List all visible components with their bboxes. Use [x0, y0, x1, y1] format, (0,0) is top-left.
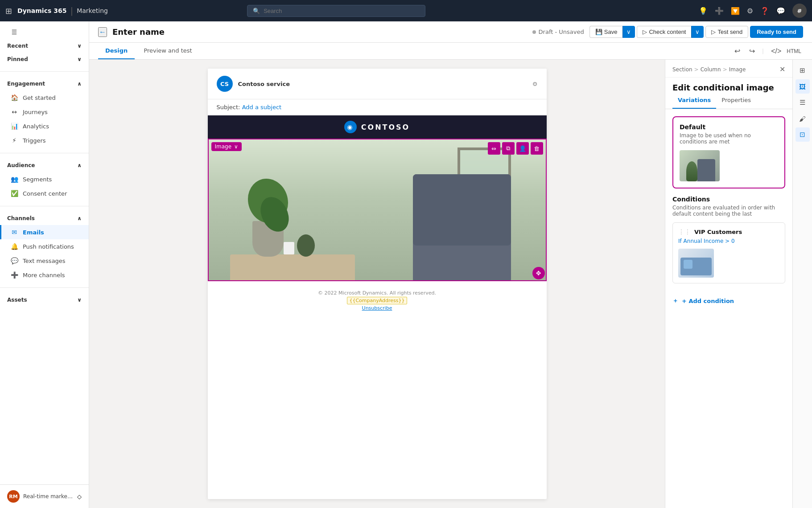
image-tool-delete[interactable]: 🗑 — [531, 142, 543, 155]
add-subject-link[interactable]: Add a subject — [242, 104, 282, 111]
sidebar-item-more-channels[interactable]: ➕ More channels — [0, 268, 89, 282]
image-dropdown-icon[interactable]: ∨ — [234, 143, 238, 150]
get-started-label: Get started — [23, 94, 56, 101]
breadcrumb-image[interactable]: Image — [729, 66, 746, 73]
ready-to-send-button[interactable]: Ready to send — [750, 26, 803, 38]
email-banner: ◉ CONTOSO — [208, 115, 547, 139]
tab-preview[interactable]: Preview and test — [136, 43, 199, 59]
redo-button[interactable]: ↪ — [747, 45, 757, 57]
image-block[interactable]: Image ∨ ⇔ ⧉ 👤 🗑 — [208, 139, 547, 281]
user-avatar[interactable]: # — [792, 4, 807, 18]
sidebar-item-journeys[interactable]: ↔ Journeys — [0, 105, 89, 119]
html-button[interactable]: </> HTML — [769, 45, 803, 57]
home-icon: 🏠 — [10, 94, 18, 101]
image-toolbar[interactable]: Image ∨ — [211, 142, 242, 151]
panel-icon-cursor[interactable]: ⊡ — [796, 127, 810, 142]
analytics-icon: 📊 — [10, 123, 18, 130]
consent-icon: ✅ — [10, 190, 18, 197]
test-send-icon: ▷ — [711, 29, 716, 35]
sidebar-bottom-account[interactable]: RM Real-time marketi... ◇ — [0, 484, 89, 508]
panel-icon-expand[interactable]: ⊞ — [796, 63, 810, 78]
default-image-thumbnail[interactable] — [680, 150, 720, 181]
banner-logo: ◉ — [344, 121, 357, 133]
divider-4 — [0, 287, 89, 288]
sidebar-item-push[interactable]: 🔔 Push notifications — [0, 239, 89, 254]
resize-handle[interactable]: ✥ — [532, 267, 545, 279]
save-dropdown[interactable]: ∨ — [622, 26, 635, 38]
banner-name: CONTOSO — [361, 123, 410, 131]
channels-header[interactable]: Channels ∧ — [0, 212, 89, 225]
image-tool-condition[interactable]: 👤 — [516, 142, 529, 155]
sidebar-hamburger[interactable]: ☰ — [0, 25, 89, 39]
pinned-label: Pinned — [7, 56, 28, 62]
divider-1 — [0, 71, 89, 72]
audience-section: Audience ∧ 👥 Segments ✅ Consent center — [0, 155, 89, 204]
sidebar-item-consent[interactable]: ✅ Consent center — [0, 186, 89, 201]
settings-gear-icon[interactable]: ⚙ — [532, 81, 538, 87]
sidebar-item-sms[interactable]: 💬 Text messages — [0, 254, 89, 268]
sidebar-item-get-started[interactable]: 🏠 Get started — [0, 90, 89, 105]
tab-design[interactable]: Design — [98, 43, 135, 59]
panel-title: Edit conditional image — [665, 78, 792, 92]
sidebar-recent-header[interactable]: Recent ∨ — [0, 39, 89, 53]
right-panel: Section > Column > Image ✕ Edit conditio… — [665, 60, 812, 508]
chevron-down-icon-3: ∨ — [77, 297, 82, 303]
add-condition-button[interactable]: ＋ + Add condition — [665, 291, 792, 311]
panel-tabs: Variations Properties — [665, 92, 792, 109]
engagement-header[interactable]: Engagement ∧ — [0, 77, 89, 90]
undo-button[interactable]: ↩ — [733, 45, 742, 57]
default-card[interactable]: Default Image to be used when no conditi… — [672, 116, 785, 188]
test-send-button[interactable]: ▷ Test send — [705, 26, 748, 38]
panel-main-content: Section > Column > Image ✕ Edit conditio… — [665, 60, 792, 508]
image-tool-copy[interactable]: ⧉ — [502, 142, 515, 155]
condition-image-thumbnail[interactable] — [678, 249, 714, 278]
drag-handle-icon[interactable]: ⋮⋮ — [678, 228, 691, 235]
waffle-icon[interactable]: ⊞ — [5, 6, 12, 16]
search-input[interactable] — [264, 8, 420, 14]
menu-icon: ☰ — [10, 29, 18, 36]
sidebar-item-segments[interactable]: 👥 Segments — [0, 172, 89, 186]
plus-icon[interactable]: ➕ — [715, 7, 724, 15]
sidebar-item-analytics[interactable]: 📊 Analytics — [0, 119, 89, 133]
panel-icon-list[interactable]: ☰ — [796, 95, 810, 110]
save-button[interactable]: 💾 Save — [589, 26, 623, 38]
journeys-label: Journeys — [23, 109, 48, 115]
condition-card-vip[interactable]: ⋮⋮ VIP Customers If Annual Income > — [672, 222, 785, 283]
panel-icon-brush[interactable]: 🖌 — [796, 111, 810, 126]
tab-variations[interactable]: Variations — [672, 92, 716, 109]
check-content-split-button: ▷ Check content ∨ — [637, 26, 704, 38]
panel-icon-image[interactable]: 🖼 — [796, 79, 810, 94]
assets-header[interactable]: Assets ∨ — [0, 293, 89, 307]
push-label: Push notifications — [23, 243, 74, 250]
search-bar[interactable]: 🔍 — [247, 5, 425, 17]
chevron-down-icon: ∨ — [77, 43, 82, 49]
check-content-button[interactable]: ▷ Check content — [637, 26, 691, 38]
segments-icon: 👥 — [10, 176, 18, 183]
html-icon: </> — [771, 47, 781, 55]
panel-close-button[interactable]: ✕ — [779, 65, 785, 74]
journeys-icon: ↔ — [10, 108, 18, 115]
audience-header[interactable]: Audience ∧ — [0, 159, 89, 172]
help-icon[interactable]: ❓ — [760, 7, 769, 15]
image-tool-move[interactable]: ⇔ — [488, 142, 500, 155]
email-icon: ✉ — [10, 229, 18, 236]
sidebar-pinned-header[interactable]: Pinned ∨ — [0, 53, 89, 66]
sidebar-item-emails[interactable]: ✉ Emails — [0, 225, 89, 239]
unsubscribe-link[interactable]: Unsubscribe — [362, 305, 392, 311]
top-navigation: ⊞ Dynamics 365 | Marketing 🔍 💡 ➕ 🔽 ⚙ ❓ 💬… — [0, 0, 812, 21]
settings-icon[interactable]: ⚙ — [747, 7, 753, 15]
toolbar-actions: 💾 Save ∨ ▷ Check content ∨ ▷ Test send — [589, 26, 803, 38]
lightbulb-icon[interactable]: 💡 — [699, 7, 708, 15]
filter-icon[interactable]: 🔽 — [731, 7, 740, 15]
content-area: ← Enter name Draft - Unsaved 💾 Save ∨ ▷ — [89, 21, 812, 508]
email-footer: © 2022 Microsoft Dynamics. All rights re… — [208, 281, 547, 320]
chat-icon[interactable]: 💬 — [776, 7, 785, 15]
rm-label: Real-time marketi... — [23, 493, 74, 500]
breadcrumb-section[interactable]: Section — [672, 66, 692, 73]
tab-properties[interactable]: Properties — [716, 92, 756, 109]
expand-icon: ◇ — [77, 493, 82, 500]
back-button[interactable]: ← — [98, 27, 107, 37]
check-content-dropdown[interactable]: ∨ — [691, 26, 704, 38]
breadcrumb-column[interactable]: Column — [701, 66, 721, 73]
sidebar-item-triggers[interactable]: ⚡ Triggers — [0, 133, 89, 147]
